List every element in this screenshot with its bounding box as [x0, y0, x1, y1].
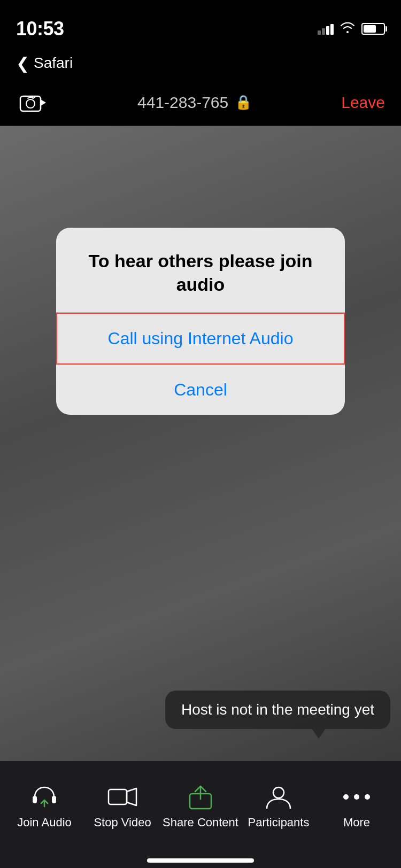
toolbar-item-share-content[interactable]: Share Content [161, 784, 240, 830]
host-toast-arrow [311, 728, 326, 739]
svg-point-11 [343, 794, 349, 800]
safari-back-label: Safari [34, 55, 73, 72]
svg-point-2 [26, 99, 35, 108]
chevron-left-icon: ❮ [16, 54, 29, 73]
battery-icon [361, 23, 385, 35]
svg-rect-4 [52, 796, 56, 803]
signal-icon [318, 23, 334, 35]
stop-video-label: Stop Video [94, 816, 151, 830]
meeting-id-text: 441-283-765 [137, 94, 228, 112]
safari-back-button[interactable]: ❮ Safari [16, 54, 73, 73]
status-time: 10:53 [16, 18, 64, 40]
svg-rect-0 [20, 96, 41, 111]
home-indicator [147, 858, 254, 863]
svg-point-13 [365, 794, 370, 800]
more-label: More [343, 816, 370, 830]
svg-point-10 [273, 787, 284, 798]
bottom-toolbar: Join Audio Stop Video Share Content [0, 761, 401, 868]
participants-label: Participants [248, 816, 310, 830]
toolbar-item-more[interactable]: More [318, 784, 396, 830]
join-audio-icon [28, 784, 60, 810]
toolbar-item-join-audio[interactable]: Join Audio [5, 784, 83, 830]
share-content-label: Share Content [163, 816, 238, 830]
dialog-title-area: To hear others please join audio [56, 228, 345, 312]
stop-video-icon [106, 784, 138, 810]
wifi-icon [340, 21, 355, 36]
dialog-title: To hear others please join audio [72, 249, 329, 296]
share-content-icon [184, 784, 217, 810]
svg-rect-3 [33, 796, 37, 803]
svg-marker-1 [41, 99, 46, 106]
join-audio-label: Join Audio [17, 816, 72, 830]
toolbar-item-stop-video[interactable]: Stop Video [83, 784, 161, 830]
meeting-id: 441-283-765 🔒 [137, 94, 252, 112]
status-bar: 10:53 [0, 0, 401, 47]
participants-icon [263, 784, 295, 810]
host-toast: Host is not in the meeting yet [165, 691, 390, 729]
host-toast-text: Host is not in the meeting yet [181, 701, 374, 718]
audio-dialog: To hear others please join audio Call us… [56, 228, 345, 415]
lock-icon: 🔒 [235, 94, 252, 111]
svg-point-12 [354, 794, 359, 800]
svg-rect-6 [109, 789, 127, 804]
svg-marker-7 [127, 788, 136, 805]
more-icon [341, 784, 373, 810]
cancel-button[interactable]: Cancel [56, 365, 345, 415]
call-internet-audio-button[interactable]: Call using Internet Audio [56, 313, 345, 365]
camera-flip-button[interactable] [16, 87, 48, 119]
leave-button[interactable]: Leave [341, 94, 385, 112]
safari-bar: ❮ Safari [0, 47, 401, 79]
status-icons [318, 21, 385, 36]
main-video-area: To hear others please join audio Call us… [0, 126, 401, 761]
toolbar-item-participants[interactable]: Participants [240, 784, 318, 830]
meeting-header: 441-283-765 🔒 Leave [0, 79, 401, 126]
